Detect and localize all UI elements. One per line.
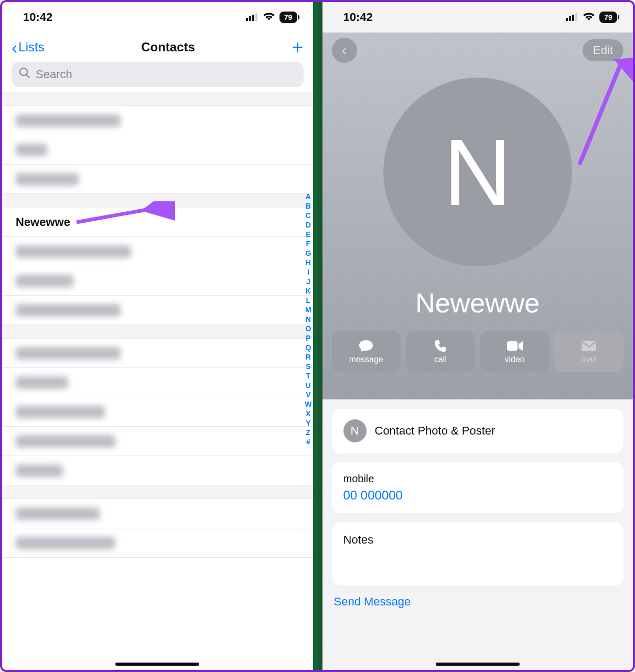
alpha-index[interactable]: ABCDEFGHIJKLMNOPQRSTUVWXYZ# [305,192,311,447]
index-letter[interactable]: V [306,390,310,399]
contact-row-redacted[interactable] [2,339,313,368]
index-letter[interactable]: Q [305,343,311,352]
svg-rect-7 [566,18,568,21]
index-letter[interactable]: N [306,315,311,324]
back-lists-button[interactable]: ‹ Lists [12,38,45,56]
svg-rect-0 [246,18,248,21]
contact-row-newewwe[interactable]: Newewwe [2,208,313,237]
chevron-left-icon: ‹ [342,42,347,59]
call-button[interactable]: call [406,331,475,372]
battery-icon: 79 [279,12,297,23]
phone-number-card[interactable]: mobile 00 000000 [332,462,624,513]
index-letter[interactable]: J [306,277,310,286]
contact-row-redacted[interactable] [2,106,313,135]
phone-type-label: mobile [343,473,612,485]
back-button[interactable]: ‹ [332,38,357,63]
index-letter[interactable]: Y [306,418,310,428]
svg-rect-10 [575,13,577,21]
contact-row-redacted[interactable] [2,296,313,325]
status-bar: 10:42 79 [322,2,633,32]
contact-name: Newewwe [322,287,633,319]
send-message-link[interactable]: Send Message [332,595,624,609]
index-letter[interactable]: Z [306,428,311,437]
contact-photo-poster-row[interactable]: N Contact Photo & Poster [332,409,624,453]
contact-row-redacted[interactable] [2,397,313,427]
action-row: message call video [322,331,633,372]
index-letter[interactable]: R [306,352,311,362]
contact-photo-label: Contact Photo & Poster [375,424,496,438]
svg-rect-3 [255,13,257,21]
index-letter[interactable]: B [306,201,311,211]
contact-row-redacted[interactable] [2,528,313,558]
contacts-list-screen: 10:42 79 ‹ Lists Contacts + [2,2,313,670]
chevron-left-icon: ‹ [12,38,17,56]
index-letter[interactable]: D [306,220,311,230]
index-letter[interactable]: H [306,258,311,267]
section-header [2,194,313,208]
notes-label: Notes [343,533,373,546]
cellular-icon [246,10,259,24]
contacts-list[interactable]: Newewwe ABCDEFGHIJKLMNOPQRSTUVWXYZ# [2,92,313,670]
index-letter[interactable]: C [306,211,311,220]
contact-row-redacted[interactable] [2,456,313,485]
index-letter[interactable]: L [306,296,311,305]
mail-button: mail [554,331,623,372]
index-letter[interactable]: P [306,333,310,343]
video-button[interactable]: video [480,331,550,372]
svg-line-5 [27,75,30,78]
add-contact-button[interactable]: + [292,37,303,57]
svg-rect-2 [252,15,254,21]
index-letter[interactable]: G [305,248,311,258]
contact-row-redacted[interactable] [2,368,313,397]
send-message-label: Send Message [334,595,411,608]
contact-row-redacted[interactable] [2,499,313,528]
search-icon [19,67,30,82]
cards-area[interactable]: N Contact Photo & Poster mobile 00 00000… [322,399,633,670]
wifi-icon [263,10,275,24]
svg-rect-9 [572,15,574,21]
contact-row-redacted[interactable] [2,165,313,194]
home-indicator[interactable] [115,663,199,666]
phone-number-value: 00 000000 [343,488,612,503]
index-letter[interactable]: S [306,362,310,371]
contact-row-redacted[interactable] [2,427,313,456]
notes-card[interactable]: Notes [332,523,624,586]
index-letter[interactable]: A [306,192,311,201]
section-header [2,92,313,106]
status-bar: 10:42 79 [2,2,313,32]
contact-detail-screen: 10:42 79 ‹ Edit [322,2,633,670]
contact-row-redacted[interactable] [2,266,313,296]
svg-rect-8 [569,16,571,21]
index-letter[interactable]: K [306,286,311,296]
edit-button[interactable]: Edit [583,39,623,61]
search-placeholder: Search [36,68,72,81]
mail-label: mail [582,355,597,364]
wifi-icon [583,10,595,24]
index-letter[interactable]: W [305,399,311,409]
contact-avatar[interactable]: N [383,78,572,266]
status-time: 10:42 [23,10,52,24]
back-label: Lists [18,40,44,55]
index-letter[interactable]: I [307,267,309,277]
index-letter[interactable]: # [306,437,310,447]
index-letter[interactable]: M [305,305,311,315]
status-time: 10:42 [343,10,373,24]
message-button[interactable]: message [332,331,401,372]
index-letter[interactable]: E [306,230,310,239]
home-indicator[interactable] [436,663,520,666]
index-letter[interactable]: T [306,371,311,381]
index-letter[interactable]: F [306,239,311,248]
mini-avatar-initial: N [351,424,359,438]
cellular-icon [566,10,578,24]
mini-avatar: N [343,419,367,442]
index-letter[interactable]: X [306,409,310,418]
contact-row-redacted[interactable] [2,135,313,165]
message-label: message [349,355,383,364]
video-icon [507,339,523,353]
search-input[interactable]: Search [12,62,304,87]
index-letter[interactable]: O [305,324,311,333]
contact-row-redacted[interactable] [2,237,313,266]
avatar-initial: N [444,118,512,226]
page-title: Contacts [141,40,195,55]
index-letter[interactable]: U [306,381,311,390]
